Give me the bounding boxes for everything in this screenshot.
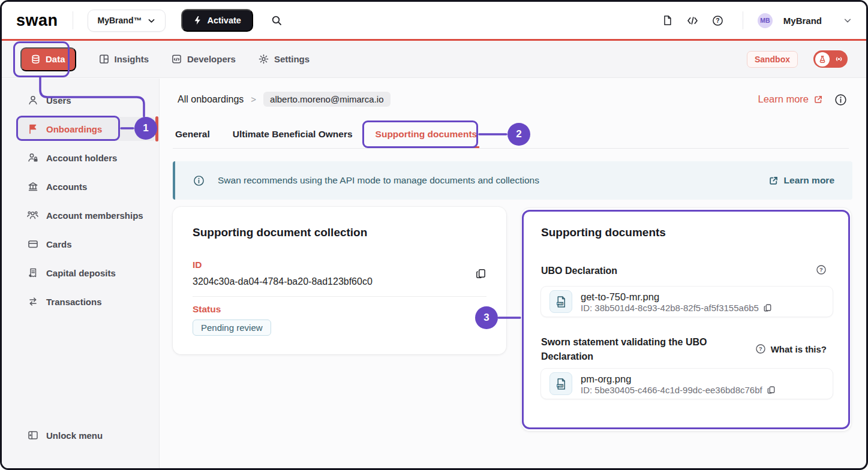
receipt-coin-icon	[27, 267, 38, 278]
question-icon[interactable]: ?	[816, 264, 827, 275]
copy-icon[interactable]	[763, 303, 772, 312]
tab-ultimate-beneficial-owners[interactable]: Ultimate Beneficial Owners	[230, 122, 355, 148]
svg-text:?: ?	[759, 345, 762, 352]
nav-item-insights[interactable]: Insights	[99, 54, 149, 64]
info-icon[interactable]	[834, 94, 847, 106]
sidebar-item-label: Account holders	[46, 153, 117, 163]
file-id: ID: 5be30405-c466-4c1d-99dc-ee36bd8c76bf	[581, 385, 762, 395]
card-title: Supporting documents	[541, 226, 666, 239]
swan-logo: swan	[16, 11, 58, 30]
what-is-this-label: What is this?	[771, 344, 827, 354]
activate-label: Activate	[207, 16, 241, 25]
app-window: swan MyBrand™ Activate ?	[0, 0, 868, 470]
tab-general[interactable]: General	[173, 122, 212, 148]
sidebar-item-onboardings[interactable]: Onboardings	[2, 117, 160, 141]
primary-nav: Data Insights Developers Settings Sandbo…	[2, 41, 866, 78]
svg-text:?: ?	[819, 266, 823, 273]
code-icon[interactable]	[683, 10, 703, 31]
nav-item-insights-label: Insights	[115, 54, 149, 64]
status-label: Status	[193, 304, 221, 315]
tab-bar: General Ultimate Beneficial Owners Suppo…	[173, 122, 849, 149]
file-name: get-to-750-mr.png	[581, 291, 772, 303]
bank-icon	[27, 181, 38, 192]
sidebar-item-accounts[interactable]: Accounts	[2, 174, 160, 198]
account-name[interactable]: MyBrand	[783, 16, 822, 26]
sidebar: Users Onboardings Account holders Accoun…	[2, 79, 160, 468]
divider	[73, 11, 73, 29]
section-label-sworn-statement: Sworn statement validating the UBO Decla…	[541, 335, 721, 364]
sidebar-item-unlock-menu[interactable]: Unlock menu	[2, 423, 160, 447]
file-info: get-to-750-mr.png ID: 38b501d4-8c93-42b8…	[581, 291, 772, 313]
sidebar-item-label: Onboardings	[46, 124, 102, 134]
svg-text:?: ?	[716, 17, 720, 24]
database-icon	[31, 55, 40, 64]
supporting-documents-card: Supporting documents UBO Declaration ? P…	[521, 208, 851, 431]
breadcrumb-current: alberto.moreno@mimarca.io	[263, 92, 390, 107]
info-icon	[193, 175, 205, 186]
nav-item-data-label: Data	[46, 54, 65, 64]
tab-supporting-documents[interactable]: Supporting documents	[373, 122, 480, 148]
banner-text: Swan recommends using the API mode to ma…	[218, 175, 539, 186]
status-badge: Pending review	[193, 320, 271, 336]
sidebar-item-label: Unlock menu	[46, 430, 103, 441]
svg-text:PNG: PNG	[557, 384, 563, 387]
file-row[interactable]: PNG pm-org.png ID: 5be30405-c466-4c1d-99…	[540, 368, 833, 399]
copy-icon[interactable]	[475, 268, 486, 279]
sidebar-item-label: Accounts	[46, 182, 87, 192]
avatar[interactable]: MB	[758, 13, 773, 28]
learn-more-label: Learn more	[758, 94, 809, 105]
org-switcher-label: MyBrand™	[98, 16, 142, 25]
sandbox-badge: Sandbox	[747, 51, 798, 68]
info-banner: Swan recommends using the API mode to ma…	[173, 161, 852, 200]
help-icon[interactable]: ?	[708, 10, 728, 31]
sidebar-item-users[interactable]: Users	[2, 88, 160, 112]
copy-icon[interactable]	[767, 385, 776, 394]
supporting-document-collection-card: Supporting document collection ID 3204c3…	[173, 207, 506, 354]
sidebar-item-label: Users	[46, 95, 71, 106]
png-file-icon: PNG	[549, 290, 572, 313]
chevron-down-icon	[148, 17, 155, 25]
card-icon	[27, 239, 38, 249]
banner-learn-more-link[interactable]: Learn more	[768, 175, 834, 186]
nav-item-data[interactable]: Data	[20, 47, 76, 71]
activate-button[interactable]: Activate	[181, 9, 253, 32]
what-is-this-link[interactable]: ? What is this?	[755, 344, 827, 354]
user-lock-icon	[27, 152, 38, 163]
user-icon	[27, 95, 38, 106]
environment-toggle[interactable]	[813, 50, 848, 68]
header-actions: ? MB MyBrand	[657, 10, 852, 31]
sidebar-item-label: Account memberships	[46, 210, 143, 221]
breadcrumb-root[interactable]: All onboardings	[178, 94, 244, 105]
org-switcher-button[interactable]: MyBrand™	[88, 10, 166, 32]
header: swan MyBrand™ Activate ?	[2, 2, 866, 39]
nav-item-settings-label: Settings	[274, 54, 310, 64]
sidebar-item-capital-deposits[interactable]: Capital deposits	[2, 261, 160, 285]
card-title: Supporting document collection	[193, 226, 367, 239]
png-file-icon: PNG	[549, 372, 572, 395]
nav-right: Sandbox	[747, 50, 848, 68]
sidebar-item-transactions[interactable]: Transactions	[2, 290, 160, 314]
sidebar-item-cards[interactable]: Cards	[2, 232, 160, 256]
svg-text:PNG: PNG	[557, 302, 563, 305]
live-signal-icon	[834, 55, 843, 64]
nav-item-developers[interactable]: Developers	[172, 54, 236, 64]
file-name: pm-org.png	[581, 373, 776, 385]
document-icon[interactable]	[657, 10, 678, 31]
divider	[193, 296, 486, 297]
nav-item-settings[interactable]: Settings	[259, 54, 310, 64]
sidebar-item-label: Cards	[46, 239, 72, 249]
breadcrumb-separator: >	[251, 94, 256, 104]
external-link-icon	[813, 95, 823, 104]
learn-more-link[interactable]: Learn more	[758, 94, 823, 105]
banner-learn-more-label: Learn more	[784, 175, 834, 186]
sidebar-item-account-holders[interactable]: Account holders	[2, 146, 160, 170]
file-row[interactable]: PNG get-to-750-mr.png ID: 38b501d4-8c93-…	[540, 286, 833, 317]
id-label: ID	[193, 260, 202, 270]
unlock-panel-icon	[27, 430, 38, 441]
sidebar-item-account-memberships[interactable]: Account memberships	[2, 203, 160, 227]
file-id: ID: 38b501d4-8c93-42b8-82f5-af5f3155a6b5	[581, 303, 759, 313]
question-icon: ?	[755, 344, 766, 354]
file-info: pm-org.png ID: 5be30405-c466-4c1d-99dc-e…	[581, 373, 776, 395]
chevron-down-icon[interactable]	[843, 16, 852, 25]
search-icon[interactable]	[266, 10, 287, 31]
